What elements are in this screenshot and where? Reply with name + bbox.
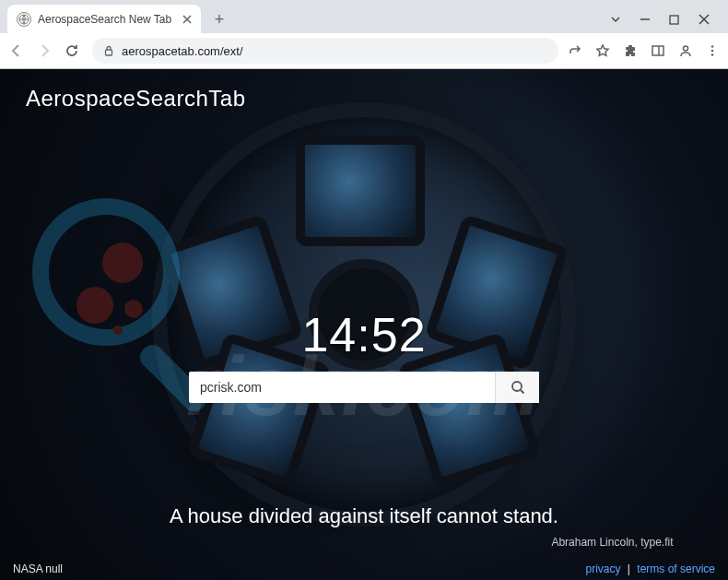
search-button[interactable] bbox=[495, 372, 539, 403]
svg-rect-2 bbox=[106, 50, 112, 55]
lock-icon bbox=[103, 45, 114, 56]
svg-point-7 bbox=[711, 53, 714, 56]
address-bar[interactable]: aerospacetab.com/ext/ bbox=[92, 38, 558, 64]
svg-point-6 bbox=[711, 50, 714, 53]
quote-author: Abraham Lincoln, type.fit bbox=[37, 536, 692, 549]
new-tab-button[interactable]: + bbox=[206, 6, 232, 32]
quote-block: A house divided against itself cannot st… bbox=[37, 504, 692, 549]
side-panel-icon[interactable] bbox=[651, 43, 665, 58]
globe-icon bbox=[17, 12, 31, 27]
forward-button bbox=[37, 43, 55, 58]
window-controls bbox=[610, 14, 728, 25]
image-credit: NASA null bbox=[13, 562, 63, 575]
close-icon[interactable] bbox=[182, 15, 192, 24]
watermark-magnifier-icon bbox=[32, 198, 180, 346]
clock: 14:52 bbox=[301, 307, 426, 362]
menu-icon[interactable] bbox=[706, 44, 719, 57]
quote-text: A house divided against itself cannot st… bbox=[37, 504, 692, 528]
separator: | bbox=[628, 562, 630, 575]
maximize-button[interactable] bbox=[669, 15, 682, 25]
svg-point-5 bbox=[711, 45, 714, 48]
browser-chrome: AerospaceSearch New Tab + aerospacetab.c… bbox=[0, 0, 728, 69]
page-content: risk.com AerospaceSearchTab 14:52 A hous… bbox=[0, 69, 728, 580]
browser-tab[interactable]: AerospaceSearch New Tab bbox=[7, 5, 201, 34]
profile-icon[interactable] bbox=[678, 43, 693, 58]
search-bar bbox=[189, 372, 539, 403]
svg-point-8 bbox=[512, 382, 522, 391]
back-button[interactable] bbox=[9, 43, 28, 58]
chevron-down-icon[interactable] bbox=[610, 14, 623, 25]
toolbar: aerospacetab.com/ext/ bbox=[0, 33, 728, 68]
svg-rect-3 bbox=[652, 46, 663, 55]
extensions-icon[interactable] bbox=[623, 43, 638, 58]
svg-point-4 bbox=[684, 46, 688, 51]
search-icon bbox=[511, 380, 525, 395]
minimize-button[interactable] bbox=[640, 14, 652, 25]
footer-links: privacy | terms of service bbox=[585, 562, 715, 575]
footer: NASA null privacy | terms of service bbox=[0, 557, 728, 580]
privacy-link[interactable]: privacy bbox=[585, 562, 620, 575]
share-icon[interactable] bbox=[568, 43, 582, 58]
close-button[interactable] bbox=[699, 14, 711, 25]
url-text: aerospacetab.com/ext/ bbox=[122, 44, 243, 58]
toolbar-icons bbox=[568, 43, 719, 58]
terms-link[interactable]: terms of service bbox=[637, 562, 715, 575]
svg-rect-1 bbox=[670, 16, 678, 24]
star-icon[interactable] bbox=[595, 43, 610, 58]
tab-strip: AerospaceSearch New Tab + bbox=[0, 0, 728, 33]
reload-button[interactable] bbox=[65, 43, 83, 58]
page-title: AerospaceSearchTab bbox=[26, 86, 245, 112]
tab-title: AerospaceSearch New Tab bbox=[38, 13, 176, 26]
search-input[interactable] bbox=[189, 372, 495, 403]
